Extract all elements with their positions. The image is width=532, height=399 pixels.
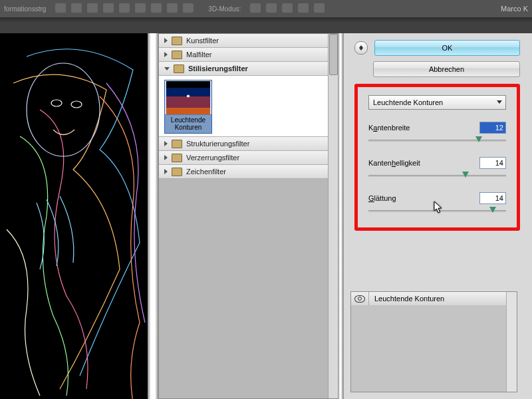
disclosure-triangle-icon — [164, 38, 168, 43]
toolbar-icon[interactable] — [119, 3, 130, 13]
slider-label: Kantenhelligkeit — [368, 159, 420, 167]
effect-layers-body — [351, 305, 507, 392]
filter-preset-dropdown[interactable]: Leuchtende Konturen — [368, 95, 506, 110]
toolbar-icon[interactable] — [87, 3, 98, 13]
eye-icon — [354, 295, 365, 303]
scrollbar-thumb[interactable] — [329, 34, 338, 75]
filter-tree-list: Kunstfilter Malfilter Stilisierungsfilte… — [159, 34, 329, 179]
folder-icon — [172, 168, 182, 176]
tree-item-label: Strukturierungsfilter — [186, 137, 249, 150]
tree-scrollbar[interactable] — [328, 34, 338, 398]
folder-icon — [172, 37, 182, 45]
effect-layers-panel: Leuchtende Konturen — [350, 291, 517, 392]
slider-line — [368, 140, 506, 142]
folder-icon — [172, 51, 182, 59]
slider-value-input[interactable]: 14 — [479, 157, 506, 169]
svg-rect-0 — [0, 33, 148, 399]
slider-line — [368, 175, 506, 177]
slider-label: Kantenbreite — [368, 124, 410, 132]
preview-canvas — [0, 33, 148, 399]
toolbar-icon[interactable] — [282, 3, 293, 13]
toolbar-icon[interactable] — [103, 3, 114, 13]
image-preview-pane[interactable] — [0, 33, 150, 399]
tree-item-kunstfilter[interactable]: Kunstfilter — [159, 34, 329, 48]
app-menubar: formationsstrg 3D-Modus: Marco K — [0, 0, 532, 18]
toolbar-icon[interactable] — [250, 3, 261, 13]
slider-knob[interactable] — [462, 172, 469, 178]
folder-icon — [172, 154, 182, 162]
tree-item-strukturierungsfilter[interactable]: Strukturierungsfilter — [159, 137, 329, 151]
tree-item-label: Kunstfilter — [186, 34, 219, 47]
chevron-up-icon — [359, 45, 363, 48]
mode-label: 3D-Modus: — [208, 5, 241, 13]
toolbar-icon-group — [55, 3, 199, 14]
slider-group: Kantenhelligkeit14 — [368, 157, 506, 180]
visibility-toggle[interactable] — [351, 292, 369, 305]
slider-line — [368, 210, 506, 212]
folder-icon — [174, 65, 184, 73]
disclosure-triangle-icon — [164, 169, 168, 174]
toolbar-icon[interactable] — [183, 3, 194, 13]
collapse-button[interactable] — [354, 41, 368, 55]
menubar-right-label: Marco K — [501, 5, 528, 13]
slider-knob[interactable] — [475, 136, 482, 142]
disclosure-triangle-icon — [164, 67, 170, 70]
menubar-shadow — [0, 17, 532, 23]
toolbar-icon[interactable] — [135, 3, 146, 13]
slider-knob[interactable] — [489, 207, 496, 213]
filter-tree-panel: Kunstfilter Malfilter Stilisierungsfilte… — [158, 33, 339, 399]
slider-track[interactable] — [368, 171, 506, 180]
toolbar-icon[interactable] — [151, 3, 162, 13]
tree-item-label: Malfilter — [186, 48, 212, 61]
tree-item-verzerrungsfilter[interactable]: Verzerrungsfilter — [159, 151, 329, 165]
panel-gap — [338, 33, 343, 399]
filter-settings-panel: OK Abbrechen Leuchtende Konturen Kantenb… — [343, 33, 532, 399]
toolbar-icon[interactable] — [167, 3, 178, 13]
button-label: OK — [442, 44, 453, 52]
chevron-down-icon — [497, 100, 502, 104]
slider-group: Kantenbreite12 — [368, 122, 506, 145]
slider-track[interactable] — [368, 136, 506, 145]
dropdown-value: Leuchtende Konturen — [373, 98, 443, 106]
disclosure-triangle-icon — [164, 155, 168, 160]
disclosure-triangle-icon — [164, 141, 168, 146]
panel-gap — [148, 33, 158, 399]
filter-thumbnail-caption: Leuchtende Konturen — [165, 114, 211, 133]
toolbar-icon[interactable] — [55, 3, 66, 13]
ok-button[interactable]: OK — [374, 40, 520, 56]
toolbar-icon[interactable] — [266, 3, 277, 13]
tree-item-label: Stilisierungsfilter — [188, 62, 248, 75]
app-root: formationsstrg 3D-Modus: Marco K — [0, 0, 532, 399]
caption-line: Leuchtende — [165, 116, 211, 124]
effect-layer-title: Leuchtende Konturen — [369, 295, 444, 303]
folder-icon — [172, 140, 182, 148]
layers-scrollbar[interactable] — [506, 292, 517, 392]
slider-group: Glättung14 — [368, 192, 506, 215]
cancel-button[interactable]: Abbrechen — [373, 61, 520, 77]
tree-item-zeichenfilter[interactable]: Zeichenfilter — [159, 165, 329, 179]
button-label: Abbrechen — [429, 65, 464, 73]
disclosure-triangle-icon — [164, 52, 168, 57]
slider-track[interactable] — [368, 206, 506, 215]
tree-item-stilisierungsfilter[interactable]: Stilisierungsfilter — [159, 62, 329, 76]
tree-item-label: Zeichenfilter — [186, 165, 226, 178]
menubar-left-label: formationsstrg — [4, 5, 46, 13]
tree-item-label: Verzerrungsfilter — [186, 151, 239, 164]
tree-item-malfilter[interactable]: Malfilter — [159, 48, 329, 62]
toolbar-icon[interactable] — [298, 3, 309, 13]
slider-value-input[interactable]: 14 — [479, 192, 506, 204]
toolbar-icon[interactable] — [71, 3, 82, 13]
filter-thumbnail-image — [166, 81, 210, 114]
slider-value-input[interactable]: 12 — [479, 122, 506, 134]
filter-thumbnail-area: Leuchtende Konturen — [159, 76, 329, 137]
toolbar-icon-group-2 — [250, 3, 330, 14]
slider-label: Glättung — [368, 194, 396, 202]
caption-line: Konturen — [165, 124, 211, 131]
settings-highlight-box: Leuchtende Konturen Kantenbreite12Kanten… — [354, 84, 520, 231]
toolbar-icon[interactable] — [314, 3, 325, 13]
effect-layer-row[interactable]: Leuchtende Konturen — [351, 292, 517, 306]
chevron-down-icon — [359, 48, 363, 51]
filter-thumbnail-leuchtende-konturen[interactable]: Leuchtende Konturen — [164, 80, 212, 134]
